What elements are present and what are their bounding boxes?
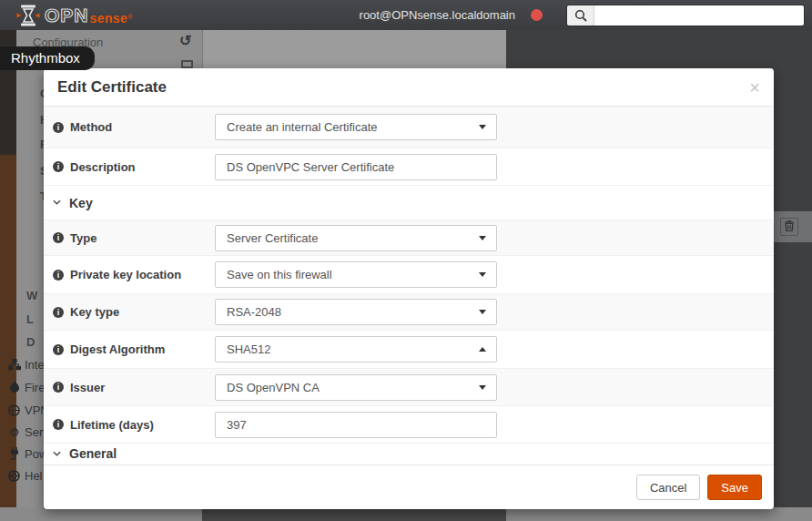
chevron-down-icon: [479, 236, 486, 240]
fire-icon: [7, 381, 21, 393]
section-toggle-general[interactable]: General: [53, 446, 117, 461]
section-toggle-key[interactable]: Key: [53, 196, 93, 210]
trash-icon: [785, 219, 794, 235]
field-row-issuer: Issuer DS OpenVPN CA: [44, 369, 774, 406]
key-type-select[interactable]: RSA-2048: [215, 299, 497, 325]
global-search: [566, 5, 805, 26]
sitemap-icon: [7, 358, 21, 371]
sidebar-divider: [202, 30, 203, 68]
field-label: Digest Algorithm: [70, 342, 165, 356]
info-icon[interactable]: [53, 161, 64, 172]
info-icon[interactable]: [53, 382, 64, 393]
close-icon[interactable]: ×: [749, 78, 760, 97]
history-icon: ↺: [179, 32, 191, 49]
sidebar-item-firewall: Fire: [7, 379, 44, 395]
field-row-private-key-location: Private key location Save on this firewa…: [44, 256, 774, 294]
box-icon: [181, 60, 193, 68]
field-label: Lifetime (days): [70, 418, 154, 432]
field-row-method: Method Create an internal Certificate: [44, 107, 774, 148]
search-icon: [567, 5, 594, 26]
opnsense-logo[interactable]: OPNsense®: [16, 4, 132, 27]
sidebar-item-power: Pow: [7, 445, 44, 462]
sidebar-item-services: ⚙Serv: [7, 424, 44, 440]
sidebar-item-help: Hel: [7, 467, 44, 484]
field-label: Private key location: [70, 268, 181, 281]
info-icon[interactable]: [53, 122, 64, 133]
logo-text-opn: OPN: [45, 4, 89, 27]
logo-registered-mark: ®: [127, 14, 132, 20]
section-title: Key: [69, 196, 93, 210]
delete-button: [780, 218, 798, 236]
info-icon[interactable]: [53, 232, 64, 243]
private-key-location-select[interactable]: Save on this firewall: [215, 261, 497, 288]
save-button[interactable]: Save: [707, 475, 762, 500]
search-input[interactable]: [594, 5, 804, 26]
field-label: Key type: [70, 305, 119, 319]
plug-icon: [7, 447, 21, 460]
background-table-row: [769, 211, 812, 242]
chevron-down-icon: [479, 272, 486, 277]
dialog-body: Method Create an internal Certificate De…: [44, 107, 774, 465]
status-dot: [531, 9, 543, 21]
sidebar-item-vpn: VPN: [7, 402, 44, 418]
life-ring-icon: [7, 469, 21, 482]
globe-icon: [7, 404, 21, 416]
type-select[interactable]: Server Certificate: [215, 225, 497, 251]
field-label: Issuer: [70, 381, 105, 394]
section-title: General: [69, 446, 117, 461]
chevron-down-icon: [53, 199, 61, 207]
section-row-general: General: [44, 444, 774, 465]
background-bottom-band: [0, 507, 202, 521]
background-bottom-band-dark: [202, 507, 506, 521]
method-select[interactable]: Create an internal Certificate: [215, 114, 497, 140]
dialog-title: Edit Certificate: [57, 78, 167, 97]
info-icon[interactable]: [53, 344, 64, 355]
sidebar-item-fragment: D: [26, 336, 35, 349]
issuer-select[interactable]: DS OpenVPN CA: [215, 374, 497, 401]
section-row-key: Key: [44, 186, 774, 220]
field-row-digest-algorithm: Digest Algorithm SHA512: [44, 331, 774, 369]
field-row-key-type: Key type RSA-2048: [44, 294, 774, 331]
field-label: Description: [70, 160, 136, 174]
chevron-down-icon: [53, 450, 61, 458]
edit-certificate-dialog: Edit Certificate × Method Create an inte…: [44, 68, 774, 509]
opnsense-hourglass-icon: [16, 4, 40, 27]
rhythmbox-tooltip: Rhythmbox: [0, 46, 95, 70]
info-icon[interactable]: [53, 270, 64, 281]
field-row-description: Description: [44, 148, 774, 186]
chevron-down-icon: [479, 385, 486, 390]
logo-text-sense: sense: [90, 11, 128, 26]
chevron-up-icon: [479, 347, 486, 352]
sidebar-item-interfaces: Inte: [7, 356, 44, 373]
cancel-button[interactable]: Cancel: [636, 475, 700, 500]
digest-algorithm-select[interactable]: SHA512: [215, 336, 497, 363]
background-bottom-band-right: [506, 507, 812, 521]
field-label: Type: [70, 231, 96, 245]
top-navbar: OPNsense® root@OPNsense.localdomain: [0, 0, 812, 30]
field-row-lifetime: Lifetime (days): [44, 406, 774, 444]
screen: Configuration ↺ G H R S T W L D Inte Fir…: [0, 0, 812, 521]
lifetime-input[interactable]: [215, 412, 497, 438]
logged-in-user: root@OPNsense.localdomain: [360, 8, 515, 22]
chevron-down-icon: [479, 310, 486, 314]
field-row-type: Type Server Certificate: [44, 220, 774, 256]
sidebar-item-fragment: L: [26, 313, 34, 326]
description-input[interactable]: [215, 154, 497, 180]
gear-icon: ⚙: [7, 425, 21, 438]
chevron-down-icon: [479, 125, 486, 129]
field-label: Method: [70, 120, 112, 134]
sidebar-item-fragment: W: [26, 290, 37, 302]
info-icon[interactable]: [53, 419, 64, 430]
info-icon[interactable]: [53, 307, 64, 318]
dialog-footer: Cancel Save: [44, 465, 774, 509]
dialog-header: Edit Certificate ×: [44, 68, 774, 107]
